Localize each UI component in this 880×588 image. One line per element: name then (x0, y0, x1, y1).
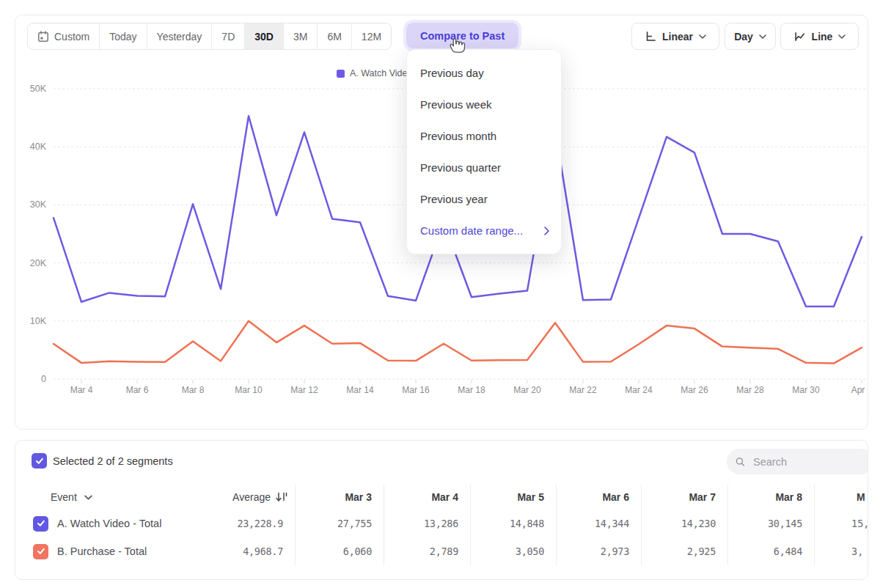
menu-item-previous-day[interactable]: Previous day (407, 57, 561, 89)
row-average-value: 4,968.7 (162, 537, 295, 565)
column-header-mar-4: Mar 4 (384, 485, 470, 510)
row-value: 3, (814, 537, 868, 565)
y-axis-tick-label: 50K (30, 84, 47, 94)
series-line-b-purchase-total[interactable] (54, 321, 862, 364)
row-value: 6,060 (295, 537, 384, 565)
menu-item-previous-week[interactable]: Previous week (407, 89, 561, 120)
range-label: Today (109, 31, 136, 43)
range-label: 6M (327, 31, 341, 43)
sort-descending-icon (276, 492, 287, 502)
search-box[interactable] (727, 449, 868, 474)
column-header-mar-7: Mar 7 (641, 485, 727, 510)
x-axis-tick-label: Mar 8 (182, 385, 205, 395)
calendar-icon (37, 31, 49, 43)
row-value: 6,484 (727, 537, 814, 565)
row-label: B. Purchase - Total (57, 545, 147, 557)
legend-swatch (337, 70, 345, 78)
range-label: 7D (221, 31, 235, 43)
scale-select-button[interactable]: Linear (631, 23, 719, 50)
linear-axis-icon (645, 31, 656, 43)
range-custom[interactable]: Custom (28, 23, 99, 49)
column-header-event[interactable]: Event (15, 485, 162, 510)
x-axis-tick-label: Mar 24 (625, 385, 653, 395)
range-12m[interactable]: 12M (351, 23, 391, 49)
average-header-label: Average (232, 491, 271, 503)
row-value: 15, (814, 510, 868, 537)
segments-table: EventAverageMar 3Mar 4Mar 5Mar 6Mar 7Mar… (15, 485, 868, 565)
chevron-down-icon (699, 34, 706, 39)
row-value: 3,050 (470, 537, 556, 565)
menu-item-previous-quarter[interactable]: Previous quarter (407, 152, 561, 183)
chart-card: CustomTodayYesterday7D30D3M6M12M Compare… (15, 15, 868, 430)
column-header-m: M (814, 485, 868, 510)
row-average-value: 23,228.9 (162, 510, 295, 537)
row-value: 2,789 (384, 537, 470, 565)
row-value: 30,145 (727, 510, 814, 537)
compare-to-past-menu: Previous dayPrevious weekPrevious monthP… (406, 49, 562, 254)
table-row-event-cell: A. Watch Video - Total (15, 510, 162, 537)
y-axis-tick-label: 30K (30, 199, 47, 210)
chevron-right-icon (544, 227, 549, 235)
date-range-control: CustomTodayYesterday7D30D3M6M12M (27, 23, 392, 50)
column-header-average[interactable]: Average (162, 485, 295, 510)
chevron-down-icon (84, 495, 92, 500)
scale-label: Linear (662, 31, 693, 43)
x-axis-tick-label: Mar 18 (458, 385, 485, 395)
menu-item-previous-month[interactable]: Previous month (407, 120, 561, 152)
x-axis-tick-label: Mar 12 (290, 385, 318, 395)
range-label: Yesterday (157, 31, 202, 43)
range-3m[interactable]: 3M (283, 23, 317, 49)
row-value: 2,973 (556, 537, 641, 565)
range-today[interactable]: Today (99, 23, 146, 49)
y-axis-tick-label: 40K (30, 142, 47, 152)
x-axis-tick-label: Mar 26 (681, 385, 708, 395)
x-axis-tick-label: Mar 28 (736, 385, 764, 395)
x-axis-tick-label: Mar 14 (346, 385, 374, 395)
cursor-pointer-icon (447, 35, 466, 54)
range-6m[interactable]: 6M (317, 23, 351, 49)
range-label: 3M (293, 31, 307, 43)
row-value: 14,230 (641, 510, 727, 537)
custom-date-range-label: Custom date range... (420, 224, 523, 237)
x-axis-tick-label: Apr 1 (851, 385, 868, 395)
interval-select-button[interactable]: Day (725, 23, 776, 50)
chart-type-label: Line (812, 31, 833, 43)
menu-item-previous-year[interactable]: Previous year (407, 183, 561, 215)
row-value: 14,344 (556, 510, 641, 537)
table-row-event-cell: B. Purchase - Total (15, 537, 162, 565)
x-axis-tick-label: Mar 30 (792, 385, 820, 395)
x-axis-tick-label: Mar 20 (513, 385, 541, 395)
compare-menu-items: Previous dayPrevious weekPrevious monthP… (407, 57, 561, 215)
y-axis-tick-label: 10K (30, 316, 47, 326)
y-axis-tick-label: 20K (30, 258, 47, 268)
y-axis-tick-label: 0 (41, 374, 46, 384)
check-icon (35, 457, 44, 465)
x-axis-tick-label: Mar 16 (402, 385, 430, 395)
check-icon (37, 548, 45, 555)
range-7d[interactable]: 7D (211, 23, 244, 49)
segments-card: Selected 2 of 2 segments EventAverageMar… (15, 440, 868, 580)
event-header-label: Event (51, 491, 77, 503)
row-checkbox[interactable] (33, 516, 48, 532)
range-label: 30D (254, 31, 274, 43)
row-value: 14,848 (470, 510, 556, 537)
segments-selected-label: Selected 2 of 2 segments (53, 455, 173, 467)
row-checkbox[interactable] (33, 544, 48, 559)
line-chart-icon (793, 31, 806, 43)
column-header-mar-8: Mar 8 (727, 485, 814, 510)
select-all-checkbox[interactable] (32, 453, 47, 468)
row-value: 13,286 (384, 510, 470, 537)
menu-item-custom-date-range[interactable]: Custom date range... (407, 215, 561, 246)
column-header-mar-3: Mar 3 (295, 485, 384, 510)
column-header-mar-6: Mar 6 (556, 485, 641, 510)
x-axis-tick-label: Mar 6 (126, 385, 149, 395)
search-icon (736, 456, 745, 468)
range-yesterday[interactable]: Yesterday (147, 23, 212, 49)
x-axis-tick-label: Mar 10 (235, 385, 263, 395)
search-input[interactable] (752, 455, 865, 468)
chart-type-select-button[interactable]: Line (780, 23, 859, 50)
range-30d[interactable]: 30D (244, 23, 283, 49)
range-label: Custom (54, 31, 89, 43)
x-axis-tick-label: Mar 4 (70, 385, 93, 395)
range-label: 12M (362, 31, 381, 43)
